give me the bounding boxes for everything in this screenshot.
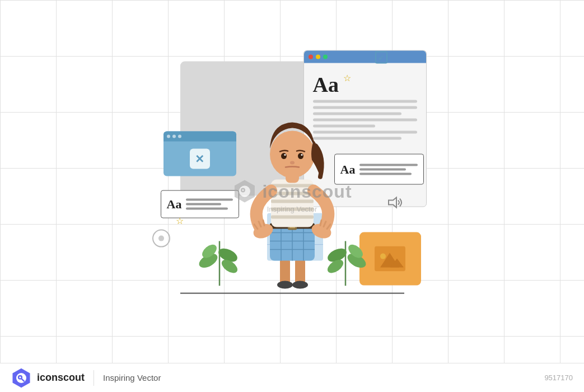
bottom-bar: iconscout Inspiring Vector 9517170	[0, 363, 584, 392]
svg-rect-42	[271, 208, 314, 211]
aa-box-left: Aa	[161, 190, 239, 218]
svg-point-62	[19, 376, 21, 378]
error-header	[163, 132, 236, 142]
mountain-icon	[375, 246, 405, 272]
brand-name-text: iconscout	[37, 372, 85, 384]
aa-line-left-1	[186, 199, 232, 201]
svg-point-57	[301, 154, 302, 156]
star-icon-2: ☆	[176, 216, 184, 226]
window-header	[304, 51, 426, 63]
illustration-container: Aa ✓ Aa Aa	[147, 45, 438, 336]
circle-search-icon	[152, 230, 170, 248]
check-mark: ✓	[378, 53, 385, 62]
dot-yellow	[316, 55, 320, 59]
svg-rect-41	[271, 200, 314, 203]
star-icon-1: ☆	[343, 73, 351, 83]
plant-left	[197, 230, 242, 288]
svg-rect-40	[271, 192, 314, 195]
error-body: ✕	[163, 142, 236, 176]
svg-point-53	[270, 131, 315, 178]
svg-point-26	[277, 281, 293, 289]
aa-line-1	[359, 164, 417, 166]
svg-point-55	[298, 153, 303, 159]
aa-lines-small	[359, 164, 417, 175]
error-dot-3	[178, 135, 181, 138]
aa-lines-left	[186, 199, 232, 210]
character-svg	[236, 101, 348, 292]
svg-rect-24	[280, 258, 290, 285]
aa-line-left-2	[186, 203, 221, 206]
aa-label-left: Aa	[167, 197, 182, 212]
error-dot-1	[167, 135, 170, 138]
plant-left-svg	[197, 230, 242, 286]
svg-point-54	[281, 153, 287, 159]
separator	[94, 370, 94, 386]
svg-point-7	[380, 254, 386, 259]
error-dot-2	[172, 135, 176, 138]
error-window: ✕	[163, 132, 236, 176]
svg-point-27	[292, 281, 308, 289]
svg-line-51	[320, 221, 321, 226]
svg-line-47	[263, 221, 264, 226]
aa-line-left-3	[186, 208, 228, 210]
logo-svg	[11, 368, 31, 388]
font-display-aa: Aa	[313, 72, 417, 97]
inspiring-vector-text: Inspiring Vector	[103, 373, 161, 382]
svg-point-56	[284, 154, 286, 156]
aa-line-2	[359, 168, 405, 170]
svg-point-58	[290, 161, 295, 165]
aa-line-3	[359, 172, 412, 175]
character-illustration	[236, 101, 348, 294]
svg-rect-39	[271, 184, 314, 188]
svg-marker-8	[389, 198, 396, 208]
dot-red	[309, 55, 313, 59]
svg-rect-43	[271, 216, 314, 219]
svg-rect-25	[295, 258, 305, 285]
image-placeholder	[359, 232, 421, 286]
circle-inner	[158, 236, 164, 241]
asset-id-text: 9517170	[544, 374, 573, 382]
sound-icon	[387, 196, 404, 213]
checkbox-icon: ✓	[375, 52, 387, 64]
brand-logo: iconscout	[11, 368, 85, 388]
speaker-icon	[387, 196, 404, 209]
dot-green	[323, 55, 328, 59]
error-x-mark: ✕	[190, 149, 210, 169]
